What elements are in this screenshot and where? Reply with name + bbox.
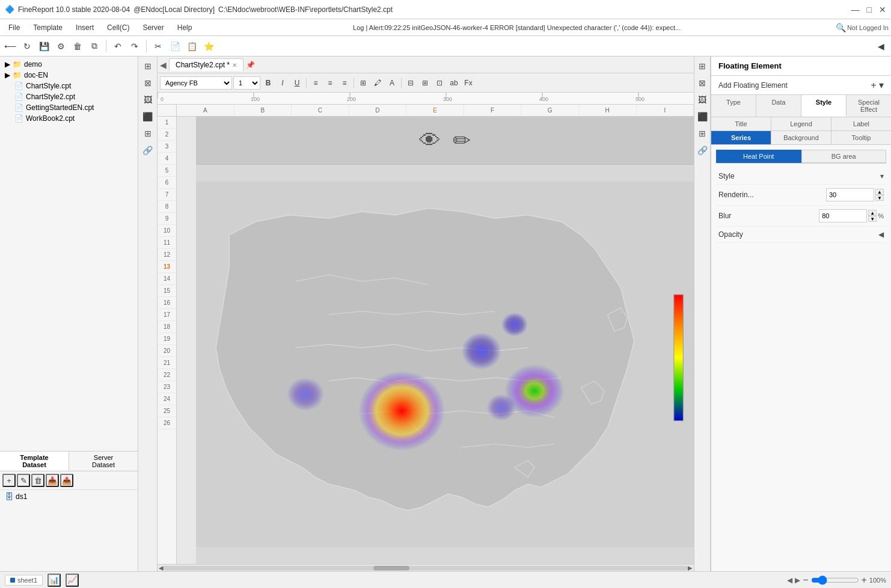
tab-series[interactable]: Series xyxy=(711,131,771,144)
tb-delete-btn[interactable]: 🗑 xyxy=(70,38,85,54)
align-right-btn[interactable]: ≡ xyxy=(338,76,351,90)
scroll-left-btn[interactable]: ◀ xyxy=(159,565,164,571)
highlight-btn[interactable]: 🖍 xyxy=(371,76,384,90)
rsi-6[interactable]: 🔗 xyxy=(695,143,709,158)
dataset-item-ds1[interactable]: 🗄 ds1 xyxy=(0,490,138,503)
tab-type[interactable]: Type xyxy=(711,95,756,117)
tree-item-workbook2[interactable]: 📄 WorkBook2.cpt xyxy=(2,113,135,124)
tab-tooltip[interactable]: Tooltip xyxy=(831,131,891,144)
side-icon-6[interactable]: 🔗 xyxy=(141,143,155,158)
italic-button[interactable]: I xyxy=(276,76,289,90)
style-dropdown-arrow[interactable]: ▾ xyxy=(880,172,884,180)
tb-refresh-btn[interactable]: ↻ xyxy=(19,38,35,54)
menu-server[interactable]: Server xyxy=(136,22,170,33)
pen-icon[interactable]: ✏ xyxy=(453,128,471,153)
tab-pin-icon[interactable]: 📌 xyxy=(246,61,255,69)
side-icon-3[interactable]: 🖼 xyxy=(141,93,155,107)
ds-delete-btn[interactable]: 🗑 xyxy=(31,474,44,487)
tab-style[interactable]: Style xyxy=(801,95,847,117)
tb-collapse-btn[interactable]: ◀ xyxy=(873,38,889,54)
zoom-minus-btn[interactable]: − xyxy=(803,575,808,586)
ds-import-btn[interactable]: 📥 xyxy=(46,474,59,487)
zoom-nav-left[interactable]: ◀ xyxy=(787,576,792,584)
menu-insert[interactable]: Insert xyxy=(70,22,100,33)
tb-star-btn[interactable]: ⭐ xyxy=(201,38,216,54)
font-select[interactable]: Agency FB xyxy=(160,76,232,90)
tb-redo-btn[interactable]: ↷ xyxy=(127,38,142,54)
horizontal-scrollbar[interactable]: ◀ ▶ xyxy=(158,564,694,571)
tab-background[interactable]: Background xyxy=(771,131,831,144)
zoom-nav-right[interactable]: ▶ xyxy=(795,576,800,584)
tab-chartstyle2[interactable]: ChartStyle2.cpt * ✕ xyxy=(169,58,243,71)
tab-label[interactable]: Label xyxy=(831,117,891,130)
side-icon-1[interactable]: ⊞ xyxy=(141,59,155,73)
opacity-arrow[interactable]: ◀ xyxy=(878,230,884,239)
maximize-button[interactable]: □ xyxy=(867,5,872,14)
tree-item-demo[interactable]: ▶ 📁 demo xyxy=(2,59,135,70)
sheet-tab-sheet1[interactable]: sheet1 xyxy=(5,575,43,586)
tab-template-dataset[interactable]: TemplateDataset xyxy=(0,452,69,471)
text-wrap-btn[interactable]: ab xyxy=(447,76,461,90)
blur-spin-up[interactable]: ▲ xyxy=(868,210,877,216)
zoom-slider[interactable] xyxy=(811,575,859,585)
tab-special-effect[interactable]: SpecialEffect xyxy=(847,95,891,117)
tree-item-chartstyle2[interactable]: 📄 ChartStyle2.cpt xyxy=(2,91,135,102)
rsi-2[interactable]: ⊠ xyxy=(695,76,709,90)
menu-template[interactable]: Template xyxy=(27,22,69,33)
border-btn[interactable]: ⊡ xyxy=(433,76,446,90)
rsi-4[interactable]: ⬛ xyxy=(695,109,709,124)
eye-crossed-icon[interactable]: 👁 xyxy=(419,128,441,153)
menu-help[interactable]: Help xyxy=(171,22,198,33)
tb-undo-btn[interactable]: ↶ xyxy=(110,38,126,54)
blur-spin-down[interactable]: ▼ xyxy=(868,216,877,222)
tb-cut-btn[interactable]: ✂ xyxy=(150,38,166,54)
tb-paste-btn[interactable]: 📋 xyxy=(184,38,200,54)
rsi-5[interactable]: ⊞ xyxy=(695,126,709,141)
side-icon-2[interactable]: ⊠ xyxy=(141,76,155,90)
tb-settings-btn[interactable]: ⚙ xyxy=(53,38,69,54)
menu-cell[interactable]: Cell(C) xyxy=(101,22,135,33)
side-icon-4[interactable]: ⬛ xyxy=(141,109,155,124)
scroll-thumb[interactable] xyxy=(373,566,409,571)
add-floating-button[interactable]: + ▾ xyxy=(871,79,884,91)
collapse-left-btn[interactable]: ◀ xyxy=(160,60,167,70)
tb-copy2-btn[interactable]: ⧉ xyxy=(87,38,102,54)
tab-heat-point[interactable]: Heat Point xyxy=(716,150,801,163)
underline-button[interactable]: U xyxy=(290,76,304,90)
bold-button[interactable]: B xyxy=(262,76,275,90)
tab-data[interactable]: Data xyxy=(756,95,801,117)
close-button[interactable]: ✕ xyxy=(879,5,886,14)
rendering-spin-down[interactable]: ▼ xyxy=(875,195,884,201)
ds-edit-btn[interactable]: ✎ xyxy=(17,474,30,487)
side-icon-5[interactable]: ⊞ xyxy=(141,126,155,141)
align-center-btn[interactable]: ≡ xyxy=(323,76,337,90)
tab-server-dataset[interactable]: ServerDataset xyxy=(69,452,138,471)
sheet-btn-2[interactable]: 📈 xyxy=(66,574,79,587)
formula-btn[interactable]: Fx xyxy=(462,76,475,90)
split-btn[interactable]: ⊞ xyxy=(418,76,432,90)
search-icon[interactable]: 🔍 xyxy=(836,23,846,32)
tree-item-gettingstarted[interactable]: 📄 GettingStartedEN.cpt xyxy=(2,102,135,113)
ds-add-btn[interactable]: + xyxy=(2,474,16,487)
rendering-spin-up[interactable]: ▲ xyxy=(875,189,884,195)
grid-btn[interactable]: ⊞ xyxy=(357,76,370,90)
rsi-1[interactable]: ⊞ xyxy=(695,59,709,73)
tb-save-btn[interactable]: 💾 xyxy=(36,38,52,54)
minimize-button[interactable]: — xyxy=(851,5,860,14)
rendering-input[interactable] xyxy=(826,188,874,201)
tab-legend[interactable]: Legend xyxy=(771,117,831,130)
tree-item-chartstyle[interactable]: 📄 ChartStyle.cpt xyxy=(2,81,135,91)
scroll-right-btn[interactable]: ▶ xyxy=(688,565,693,571)
ds-export-btn[interactable]: 📤 xyxy=(60,474,73,487)
tb-copy-btn[interactable]: 📄 xyxy=(167,38,183,54)
zoom-plus-btn[interactable]: + xyxy=(862,575,867,586)
font-color-btn[interactable]: A xyxy=(385,76,399,90)
tb-back-btn[interactable]: ⟵ xyxy=(2,38,18,54)
tab-title[interactable]: Title xyxy=(711,117,771,130)
size-select[interactable]: 1 xyxy=(233,76,260,90)
tab-close-icon[interactable]: ✕ xyxy=(232,62,237,69)
blur-input[interactable] xyxy=(819,209,867,222)
align-left-btn[interactable]: ≡ xyxy=(309,76,322,90)
merge-btn[interactable]: ⊟ xyxy=(404,76,417,90)
tab-bg-area[interactable]: BG area xyxy=(801,150,887,163)
